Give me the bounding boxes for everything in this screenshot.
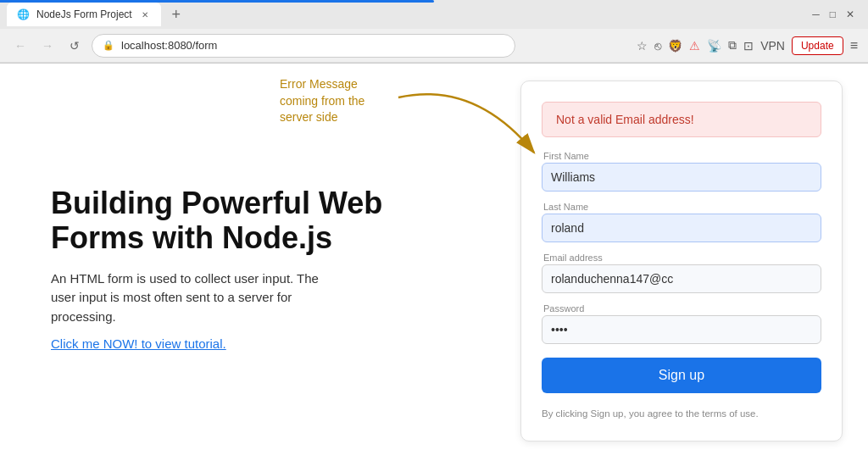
vpn-icon[interactable]: VPN [760,39,785,53]
warning-icon[interactable]: ⚠ [689,39,700,53]
email-input[interactable] [542,264,821,293]
share-icon[interactable]: ⎋ [654,39,661,53]
page-description: An HTML form is used to collect user inp… [51,269,339,327]
password-input[interactable] [542,315,821,344]
brave-lion-icon[interactable]: 🦁 [668,39,682,53]
loading-bar [0,0,434,3]
update-button[interactable]: Update [792,36,843,55]
tab-favicon: 🌐 [17,8,30,20]
first-name-input[interactable] [542,163,821,192]
screenshot-icon[interactable]: ⊡ [743,39,754,53]
maximize-button[interactable]: □ [830,8,836,20]
password-group: Password [542,303,821,344]
active-tab[interactable]: 🌐 NodeJs Form Project ✕ [7,3,161,26]
signup-button[interactable]: Sign up [542,358,821,393]
toolbar-right: ☆ ⎋ 🦁 ⚠ 📡 ⧉ ⊡ VPN Update ≡ [637,36,858,55]
lock-icon: 🔒 [103,40,114,51]
last-name-group: Last Name [542,202,821,242]
email-group: Email address [542,253,821,293]
new-tab-button[interactable]: + [164,3,188,26]
tab-title: NodeJs Form Project [36,8,132,20]
minimize-button[interactable]: ─ [812,8,820,20]
error-message: Not a valid Email address! [556,113,694,126]
url-input[interactable]: 🔒 localhost:8080/form [92,34,515,58]
email-label: Email address [542,253,821,263]
back-button[interactable]: ← [10,36,31,56]
last-name-label: Last Name [542,202,821,212]
page-title: Building Powerful Web Forms with Node.js [51,186,478,256]
star-icon[interactable]: ☆ [637,39,648,53]
last-name-input[interactable] [542,214,821,242]
page-content: Error Message coming from the server sid… [0,64,868,472]
form-card: Not a valid Email address! First Name La… [520,81,843,441]
right-section: Not a valid Email address! First Name La… [512,64,868,472]
terms-text: By clicking Sign up, you agree to the te… [542,407,821,420]
tab-close-button[interactable]: ✕ [139,8,151,20]
tab-group-icon[interactable]: ⧉ [728,38,737,53]
window-controls: ─ □ ✕ [812,8,861,20]
first-name-group: First Name [542,151,821,192]
url-text: localhost:8080/form [121,39,217,52]
tutorial-link[interactable]: Click me NOW! to view tutorial. [51,336,478,351]
forward-button[interactable]: → [37,36,58,56]
first-name-label: First Name [542,151,821,161]
cast-icon[interactable]: 📡 [707,39,721,53]
tab-bar: 🌐 NodeJs Form Project ✕ + ─ □ ✕ [0,0,868,29]
address-bar: ← → ↺ 🔒 localhost:8080/form ☆ ⎋ 🦁 ⚠ 📡 ⧉ … [0,29,868,63]
close-button[interactable]: ✕ [846,8,854,20]
menu-icon[interactable]: ≡ [850,38,858,53]
annotation-arrow [288,72,542,182]
password-label: Password [542,303,821,314]
reload-button[interactable]: ↺ [64,36,85,56]
error-banner: Not a valid Email address! [542,102,821,137]
browser-chrome: 🌐 NodeJs Form Project ✕ + ─ □ ✕ ← → ↺ 🔒 … [0,0,868,64]
